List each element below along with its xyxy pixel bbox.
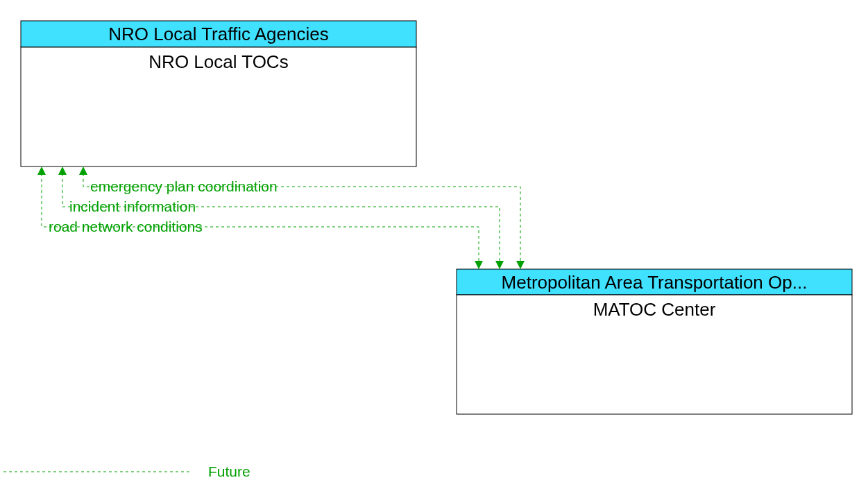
node-header-label: NRO Local Traffic Agencies (108, 24, 328, 44)
arrowhead-down-icon (475, 261, 483, 269)
node-body-label: NRO Local TOCs (148, 51, 288, 72)
node-nro-local-tocs: NRO Local Traffic Agencies NRO Local TOC… (21, 21, 416, 166)
legend: Future (3, 463, 250, 479)
flows-group: emergency plan coordination incident inf… (37, 166, 525, 269)
node-matoc-center: Metropolitan Area Transportation Op... M… (457, 269, 852, 414)
arrowhead-down-icon (495, 261, 504, 269)
flow-label: road network conditions (49, 219, 203, 234)
flow-label: emergency plan coordination (90, 178, 278, 194)
arrowhead-up-icon (79, 166, 87, 175)
flow-emergency-plan-coordination: emergency plan coordination (79, 166, 525, 269)
architecture-diagram: NRO Local Traffic Agencies NRO Local TOC… (0, 0, 868, 496)
arrowhead-up-icon (37, 166, 46, 175)
arrowhead-up-icon (58, 166, 67, 175)
node-header-label: Metropolitan Area Transportation Op... (502, 272, 808, 293)
flow-label: incident information (69, 198, 196, 214)
legend-label-future: Future (208, 463, 250, 479)
node-body-label: MATOC Center (593, 299, 716, 320)
arrowhead-down-icon (516, 261, 525, 269)
